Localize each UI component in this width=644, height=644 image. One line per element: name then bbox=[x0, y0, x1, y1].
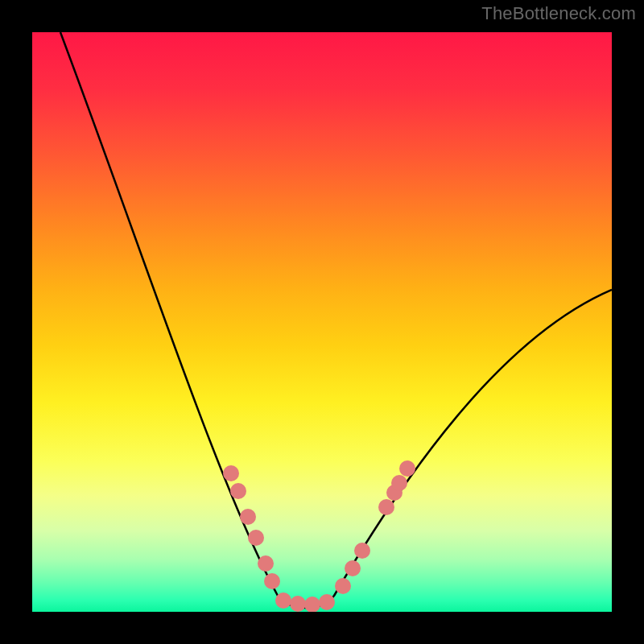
marker-group bbox=[223, 460, 415, 612]
marker bbox=[399, 460, 415, 477]
bottleneck-curve bbox=[60, 32, 612, 608]
marker bbox=[264, 573, 280, 589]
watermark-text: TheBottleneck.com bbox=[481, 3, 636, 24]
marker bbox=[345, 560, 361, 576]
marker bbox=[248, 530, 264, 546]
curve-svg bbox=[32, 32, 612, 612]
marker bbox=[258, 555, 274, 572]
plot-area bbox=[32, 32, 612, 612]
marker bbox=[223, 465, 239, 481]
marker bbox=[275, 592, 291, 609]
marker bbox=[378, 499, 394, 515]
marker bbox=[304, 597, 320, 612]
marker bbox=[391, 475, 407, 491]
chart-stage: TheBottleneck.com bbox=[0, 0, 644, 644]
marker bbox=[335, 578, 351, 594]
marker bbox=[319, 594, 335, 610]
marker bbox=[230, 483, 246, 499]
marker bbox=[240, 509, 256, 525]
marker bbox=[354, 543, 370, 559]
marker bbox=[290, 596, 306, 612]
